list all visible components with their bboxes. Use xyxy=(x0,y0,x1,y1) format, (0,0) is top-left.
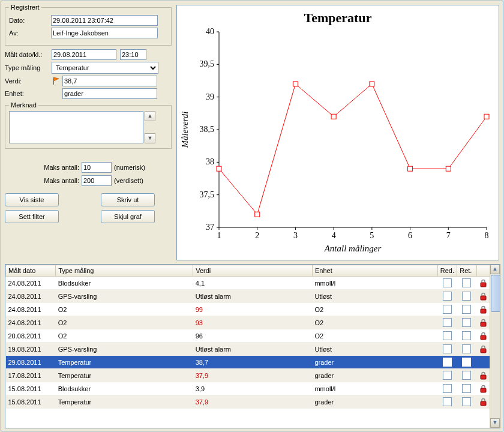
cell-ret[interactable] xyxy=(457,277,476,290)
svg-rect-40 xyxy=(484,114,489,119)
checkbox-red[interactable] xyxy=(443,278,452,287)
checkbox-red[interactable] xyxy=(443,318,452,327)
svg-rect-50 xyxy=(481,388,486,392)
cell-red[interactable] xyxy=(437,303,457,316)
measurements-grid: Målt dato Type måling Verdi Enhet Red. R… xyxy=(5,264,500,428)
cell-unit: Utløst xyxy=(312,290,437,303)
checkbox-ret[interactable] xyxy=(462,331,471,340)
cell-ret[interactable] xyxy=(457,290,476,303)
cell-type: O2 xyxy=(56,329,193,343)
sett-filter-button[interactable]: Sett filter xyxy=(5,210,59,223)
svg-rect-49 xyxy=(481,375,486,379)
checkbox-ret[interactable] xyxy=(462,278,471,287)
cell-type: O2 xyxy=(56,303,193,316)
table-row[interactable]: 15.08.2011Temperatur37,9grader xyxy=(6,395,490,409)
checkbox-ret[interactable] xyxy=(462,397,471,406)
col-header-type[interactable]: Type måling xyxy=(56,265,193,277)
cell-unit: O2 xyxy=(312,316,437,329)
cell-ret[interactable] xyxy=(457,356,476,369)
cell-ret[interactable] xyxy=(457,382,476,395)
lock-icon xyxy=(479,279,487,287)
checkbox-red[interactable] xyxy=(443,305,452,314)
table-row[interactable]: 24.08.2011GPS-varslingUtløst alarmUtløst xyxy=(6,290,490,303)
cell-red[interactable] xyxy=(437,395,457,409)
table-row[interactable]: 17.08.2011Temperatur37,9grader xyxy=(6,369,490,382)
cell-red[interactable] xyxy=(437,369,457,382)
measured-date-input[interactable] xyxy=(52,49,116,60)
skjul-graf-button[interactable]: Skjul graf xyxy=(101,210,155,223)
cell-date: 15.08.2011 xyxy=(6,382,56,395)
cell-ret[interactable] xyxy=(457,303,476,316)
table-row[interactable]: 24.08.2011O293O2 xyxy=(6,316,490,329)
cell-ret[interactable] xyxy=(457,395,476,409)
table-row[interactable]: 24.08.2011Blodsukker4,1mmoll/l xyxy=(6,277,490,290)
col-header-value[interactable]: Verdi xyxy=(193,265,313,277)
cell-lock xyxy=(476,290,490,303)
measured-time-input[interactable] xyxy=(120,49,146,60)
cell-ret[interactable] xyxy=(457,369,476,382)
checkbox-red[interactable] xyxy=(443,384,452,393)
cell-ret[interactable] xyxy=(457,316,476,329)
checkbox-red[interactable] xyxy=(443,331,452,340)
col-header-ret[interactable]: Ret. xyxy=(457,265,476,277)
svg-text:37,5: 37,5 xyxy=(200,190,215,199)
checkbox-red[interactable] xyxy=(443,358,452,367)
note-textarea[interactable] xyxy=(9,111,143,143)
cell-red[interactable] xyxy=(437,316,457,329)
checkbox-ret[interactable] xyxy=(462,292,471,301)
col-header-date[interactable]: Målt dato xyxy=(6,265,56,277)
checkbox-ret[interactable] xyxy=(462,358,471,367)
max-numeric-label: Maks antall: xyxy=(5,164,82,171)
cell-red[interactable] xyxy=(437,329,457,343)
registered-by-field xyxy=(51,28,158,38)
scroll-thumb[interactable] xyxy=(491,275,500,312)
cell-value: 4,1 xyxy=(193,277,313,290)
checkbox-red[interactable] xyxy=(443,371,452,380)
cell-type: Temperatur xyxy=(56,369,193,382)
checkbox-red[interactable] xyxy=(443,397,452,406)
col-header-unit[interactable]: Enhet xyxy=(312,265,437,277)
cell-lock xyxy=(476,303,490,316)
table-row[interactable]: 29.08.2011Temperatur38,7grader xyxy=(6,356,490,369)
cell-red[interactable] xyxy=(437,382,457,395)
cell-ret[interactable] xyxy=(457,329,476,343)
cell-red[interactable] xyxy=(437,343,457,356)
table-row[interactable]: 20.08.2011O296O2 xyxy=(6,329,490,343)
checkbox-ret[interactable] xyxy=(462,344,471,353)
skriv-ut-button[interactable]: Skriv ut xyxy=(101,193,155,206)
lock-icon xyxy=(479,345,487,353)
scroll-down-button[interactable]: ▼ xyxy=(490,418,500,428)
checkbox-red[interactable] xyxy=(443,344,452,353)
cell-value: 37,9 xyxy=(193,369,313,382)
max-numeric-input[interactable] xyxy=(82,162,112,173)
table-row[interactable]: 24.08.2011O299O2 xyxy=(6,303,490,316)
type-select[interactable]: Temperatur xyxy=(52,62,158,74)
col-header-red[interactable]: Red. xyxy=(437,265,457,277)
vis-siste-button[interactable]: Vis siste xyxy=(5,193,59,206)
unit-field xyxy=(62,88,157,99)
svg-text:39,5: 39,5 xyxy=(200,59,215,68)
checkbox-ret[interactable] xyxy=(462,305,471,314)
cell-red[interactable] xyxy=(437,356,457,369)
svg-text:Måleverdi: Måleverdi xyxy=(180,111,190,148)
col-header-lock[interactable] xyxy=(476,265,490,277)
cell-ret[interactable] xyxy=(457,343,476,356)
value-input[interactable] xyxy=(62,76,157,86)
checkbox-red[interactable] xyxy=(443,292,452,301)
note-up-button[interactable]: ▲ xyxy=(145,111,155,121)
cell-red[interactable] xyxy=(437,277,457,290)
checkbox-ret[interactable] xyxy=(462,384,471,393)
cell-red[interactable] xyxy=(437,290,457,303)
checkbox-ret[interactable] xyxy=(462,371,471,380)
svg-text:2: 2 xyxy=(255,231,259,240)
cell-date: 24.08.2011 xyxy=(6,277,56,290)
max-valueset-input[interactable] xyxy=(82,175,112,186)
cell-date: 29.08.2011 xyxy=(6,356,56,369)
scroll-up-button[interactable]: ▲ xyxy=(490,265,500,274)
checkbox-ret[interactable] xyxy=(462,318,471,327)
table-row[interactable]: 19.08.2011GPS-varslingUtløst alarmUtløst xyxy=(6,343,490,356)
cell-type: Temperatur xyxy=(56,395,193,409)
table-row[interactable]: 15.08.2011Blodsukker3,9mmoll/l xyxy=(6,382,490,395)
grid-scrollbar[interactable]: ▲ ▼ xyxy=(490,265,500,428)
note-down-button[interactable]: ▼ xyxy=(145,133,155,143)
